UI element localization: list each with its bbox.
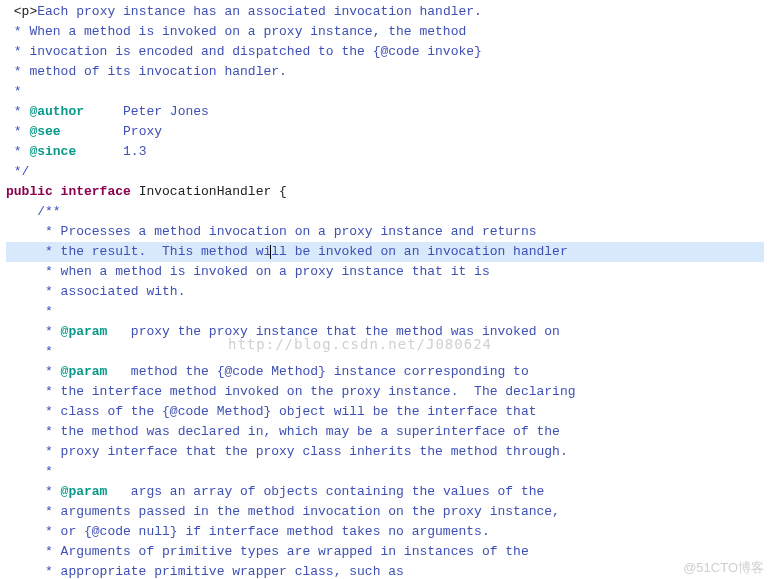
code-line: * @param method the {@code Method} insta…: [6, 362, 764, 382]
code-line: * or {@code null} if interface method ta…: [6, 522, 764, 542]
code-line: * Processes a method invocation on a pro…: [6, 222, 764, 242]
code-line: * class of the {@code Method} object wil…: [6, 402, 764, 422]
code-line: * @since 1.3: [6, 142, 764, 162]
code-line: *: [6, 302, 764, 322]
code-line: * @author Peter Jones: [6, 102, 764, 122]
doc-text: args an array of objects containing the …: [107, 484, 544, 499]
code-line: /**: [6, 202, 764, 222]
javadoc-tag: @param: [61, 484, 108, 499]
doc-text: method the {@code Method} instance corre…: [107, 364, 528, 379]
code-line: <p>Each proxy instance has an associated…: [6, 2, 764, 22]
code-line: */: [6, 162, 764, 182]
code-line: * appropriate primitive wrapper class, s…: [6, 562, 764, 579]
doc-text: ll be invoked on an invocation handler: [271, 244, 567, 259]
doc-text: Peter Jones: [84, 104, 209, 119]
code-line-highlighted: * the result. This method will be invoke…: [6, 242, 764, 262]
doc-text: *: [6, 324, 61, 339]
html-tag: <p>: [14, 4, 37, 19]
doc-text: *: [6, 364, 61, 379]
doc-text: proxy the proxy instance that the method…: [107, 324, 559, 339]
identifier: InvocationHandler {: [139, 184, 287, 199]
code-line: * @param args an array of objects contai…: [6, 482, 764, 502]
code-line: *: [6, 342, 764, 362]
doc-text: *: [6, 484, 61, 499]
code-line: * the interface method invoked on the pr…: [6, 382, 764, 402]
code-line: * When a method is invoked on a proxy in…: [6, 22, 764, 42]
javadoc-tag: @param: [61, 324, 108, 339]
code-line: * when a method is invoked on a proxy in…: [6, 262, 764, 282]
doc-text: Each proxy instance has an associated in…: [37, 4, 482, 19]
code-line: * method of its invocation handler.: [6, 62, 764, 82]
code-line: * invocation is encoded and dispatched t…: [6, 42, 764, 62]
code-line: *: [6, 82, 764, 102]
doc-text: Proxy: [61, 124, 162, 139]
doc-text: *: [6, 104, 29, 119]
code-editor[interactable]: <p>Each proxy instance has an associated…: [6, 2, 764, 579]
javadoc-tag: @author: [29, 104, 84, 119]
javadoc-tag: @since: [29, 144, 76, 159]
doc-text: * the result. This method wi: [6, 244, 271, 259]
code-line: * @see Proxy: [6, 122, 764, 142]
code-line: public interface InvocationHandler {: [6, 182, 764, 202]
code-line: * @param proxy the proxy instance that t…: [6, 322, 764, 342]
code-line: * the method was declared in, which may …: [6, 422, 764, 442]
code-line: * proxy interface that the proxy class i…: [6, 442, 764, 462]
doc-text: *: [6, 124, 29, 139]
doc-text: *: [6, 144, 29, 159]
doc-text: [6, 4, 14, 19]
keyword: public interface: [6, 184, 139, 199]
code-line: * Arguments of primitive types are wrapp…: [6, 542, 764, 562]
code-line: *: [6, 462, 764, 482]
javadoc-tag: @param: [61, 364, 108, 379]
code-line: * arguments passed in the method invocat…: [6, 502, 764, 522]
javadoc-tag: @see: [29, 124, 60, 139]
code-line: * associated with.: [6, 282, 764, 302]
doc-text: 1.3: [76, 144, 146, 159]
